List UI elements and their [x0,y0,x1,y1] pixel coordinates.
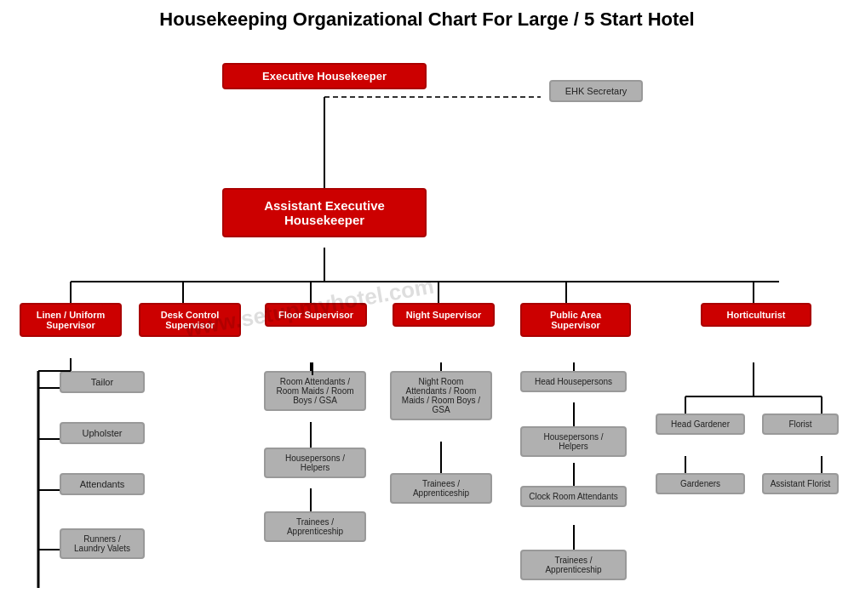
public-supervisor-node: Public Area Supervisor [520,303,631,337]
assistant-housekeeper-label: Assistant Executive Housekeeper [222,188,427,237]
public-sub2-node: Housepersons / Helpers [520,426,627,457]
desk-supervisor-node: Desk Control Supervisor [139,303,241,337]
assistant-florist-label: Assistant Florist [762,473,839,494]
night-supervisor-node: Night Supervisor [393,303,495,327]
public-sub2-label: Housepersons / Helpers [520,426,627,457]
public-sub1-node: Head Housepersons [520,371,627,392]
assistant-housekeeper-node: Assistant Executive Housekeeper [222,188,427,237]
night-sub1-label: Night Room Attendants / Room Maids / Roo… [390,371,492,420]
attendants-label: Attendants [60,473,145,495]
upholster-label: Upholster [60,422,145,444]
florist-node: Florist [762,414,839,435]
tailor-label: Tailor [60,371,145,393]
executive-housekeeper-label: Executive Housekeeper [222,63,427,89]
public-sub1-label: Head Housepersons [520,371,627,392]
runners-node: Runners / Laundry Valets [60,528,145,559]
floor-supervisor-label: Floor Supervisor [265,303,367,327]
linen-supervisor-label: Linen / Uniform Supervisor [20,303,122,337]
floor-supervisor-node: Floor Supervisor [265,303,367,327]
ehk-secretary-node: EHK Secretary [549,80,643,102]
floor-sub2-node: Housepersons / Helpers [264,448,366,478]
gardeners-node: Gardeners [656,473,745,494]
public-sub3-label: Clock Room Attendants [520,486,627,507]
page-title: Housekeeping Organizational Chart For La… [13,9,841,31]
night-sub2-node: Trainees / Apprenticeship [390,473,492,504]
night-sub1-node: Night Room Attendants / Room Maids / Roo… [390,371,492,420]
tailor-node: Tailor [60,371,145,393]
public-sub4-node: Trainees / Apprenticeship [520,550,627,580]
desk-supervisor-label: Desk Control Supervisor [139,303,241,337]
floor-sub1-label: Room Attendants / Room Maids / Room Boys… [264,371,366,411]
ehk-secretary-label: EHK Secretary [549,80,643,102]
floor-sub3-label: Trainees / Apprenticeship [264,511,366,542]
public-sub4-label: Trainees / Apprenticeship [520,550,627,580]
horticulturist-label: Horticulturist [701,303,811,327]
public-sub3-node: Clock Room Attendants [520,486,627,507]
linen-supervisor-node: Linen / Uniform Supervisor [20,303,122,337]
assistant-florist-node: Assistant Florist [762,473,839,494]
horticulturist-node: Horticulturist [701,303,811,327]
night-supervisor-label: Night Supervisor [393,303,495,327]
floor-sub2-label: Housepersons / Helpers [264,448,366,478]
floor-sub3-node: Trainees / Apprenticeship [264,511,366,542]
head-gardener-label: Head Gardener [656,414,745,435]
attendants-node: Attendants [60,473,145,495]
executive-housekeeper-node: Executive Housekeeper [222,63,427,89]
head-gardener-node: Head Gardener [656,414,745,435]
page: Housekeeping Organizational Chart For La… [0,0,854,616]
upholster-node: Upholster [60,422,145,444]
night-sub2-label: Trainees / Apprenticeship [390,473,492,504]
florist-label: Florist [762,414,839,435]
public-supervisor-label: Public Area Supervisor [520,303,631,337]
runners-label: Runners / Laundry Valets [60,528,145,559]
floor-sub1-node: Room Attendants / Room Maids / Room Boys… [264,371,366,411]
gardeners-label: Gardeners [656,473,745,494]
